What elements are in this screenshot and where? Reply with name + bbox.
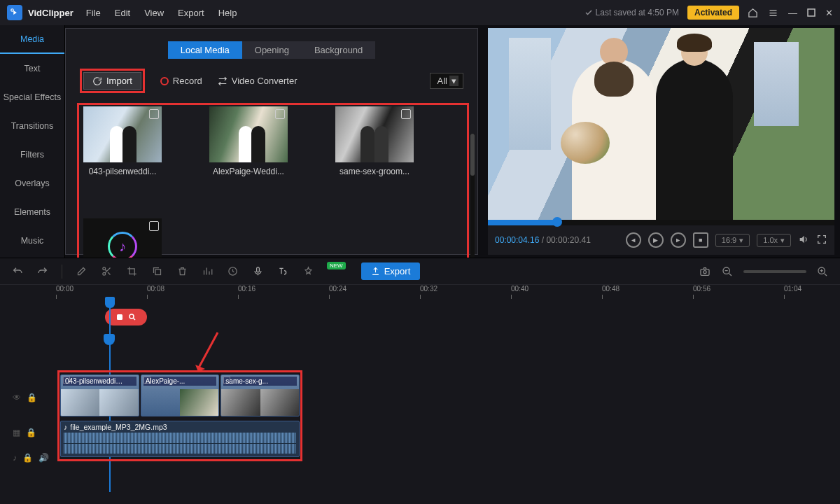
clip-thumbnail — [209, 106, 288, 162]
waveform — [64, 433, 296, 454]
svg-rect-6 — [256, 267, 259, 272]
activated-badge[interactable]: Activated — [687, 6, 739, 20]
tab-opening[interactable]: Opening — [242, 41, 302, 59]
range-marker[interactable] — [104, 334, 115, 345]
media-filter-select[interactable]: All — [430, 73, 463, 89]
hamburger-icon[interactable] — [768, 8, 778, 18]
media-clip[interactable]: same-sex-groom... — [335, 106, 419, 176]
maximize-icon[interactable] — [807, 8, 816, 18]
video-clip[interactable]: AlexPaige-... — [141, 374, 220, 416]
audio-clip-name: file_example_MP3_2MG.mp3 — [70, 423, 167, 431]
record-button[interactable]: Record — [160, 76, 202, 86]
marker-icon — [115, 313, 124, 321]
scrollbar[interactable] — [470, 134, 475, 274]
play-button[interactable]: ▶ — [648, 232, 664, 248]
prev-frame-button[interactable]: ◄ — [626, 232, 641, 248]
tab-background[interactable]: Background — [302, 41, 375, 59]
minimize-icon[interactable]: — — [788, 8, 797, 18]
lock-icon[interactable]: 🔒 — [22, 453, 33, 463]
aspect-ratio-select[interactable]: 16:9▾ — [715, 234, 750, 247]
effects-icon[interactable] — [302, 265, 314, 278]
film-icon[interactable]: ▦ — [13, 428, 20, 438]
sidebar: Media Text Special Effects Transitions F… — [0, 25, 65, 258]
tab-local-media[interactable]: Local Media — [168, 41, 242, 59]
menu-file[interactable]: File — [86, 8, 101, 18]
eye-icon[interactable]: 👁 — [13, 393, 21, 402]
menu-help[interactable]: Help — [218, 8, 237, 18]
music-note-icon: ♪ — [108, 232, 137, 261]
sidebar-music[interactable]: Music — [0, 226, 64, 255]
speed-select[interactable]: 1.0x▾ — [757, 234, 791, 247]
media-clip[interactable]: AlexPaige-Weddi... — [209, 106, 293, 176]
preview-seekbar[interactable] — [488, 220, 834, 225]
last-saved: Last saved at 4:50 PM — [584, 8, 679, 18]
svg-point-2 — [102, 267, 105, 270]
fullscreen-icon[interactable] — [816, 234, 827, 247]
video-converter-button[interactable]: Video Converter — [218, 76, 298, 86]
music-icon[interactable]: ♪ — [13, 453, 17, 463]
copy-icon[interactable] — [150, 265, 163, 278]
menu-view[interactable]: View — [144, 8, 164, 18]
close-icon[interactable]: ✕ — [825, 8, 833, 18]
sidebar-text[interactable]: Text — [0, 54, 64, 83]
next-frame-button[interactable]: ► — [671, 232, 686, 248]
sidebar-media[interactable]: Media — [0, 25, 64, 54]
timeline-export-button[interactable]: Export — [361, 262, 421, 280]
menu-export[interactable]: Export — [178, 8, 204, 18]
menu-edit[interactable]: Edit — [115, 8, 130, 18]
sidebar-filters[interactable]: Filters — [0, 140, 64, 169]
sidebar-elements[interactable]: Elements — [0, 197, 64, 226]
video-clip[interactable]: 043-pilsenwedding... — [60, 374, 139, 416]
text-to-speech-icon[interactable] — [276, 265, 289, 278]
clip-name: 043-pilsenweddi... — [83, 167, 162, 176]
record-icon — [160, 77, 169, 85]
clock-icon[interactable] — [226, 265, 239, 278]
zoom-slider[interactable] — [743, 270, 806, 273]
seek-knob[interactable] — [552, 217, 562, 227]
search-icon — [128, 313, 136, 321]
edit-icon[interactable] — [75, 265, 88, 278]
svg-point-0 — [11, 9, 14, 12]
clip-name: same-sex-groom... — [335, 167, 414, 176]
media-clip[interactable]: 043-pilsenweddi... — [83, 106, 167, 176]
preview-video[interactable] — [488, 28, 834, 220]
media-panel: Local Media Opening Background Import Re… — [65, 28, 478, 255]
lock-icon[interactable]: 🔒 — [26, 428, 36, 438]
timeline-marker[interactable] — [105, 309, 147, 326]
zoom-in-icon[interactable] — [816, 265, 829, 278]
volume-icon[interactable] — [798, 234, 809, 247]
sidebar-specialeffects[interactable]: Special Effects — [0, 83, 64, 111]
crop-icon[interactable] — [125, 265, 138, 278]
audio-badge-icon — [149, 221, 159, 231]
app-logo — [7, 5, 22, 20]
preview-time: 00:00:04.16 / 00:00:20.41 — [495, 235, 591, 245]
volume-icon[interactable]: 🔊 — [38, 453, 49, 463]
undo-button[interactable] — [11, 265, 24, 278]
video-clip[interactable]: same-sex-g... — [220, 374, 300, 416]
snapshot-icon[interactable] — [699, 265, 711, 278]
clip-thumbnail — [335, 106, 414, 162]
cut-icon[interactable] — [100, 265, 113, 278]
svg-rect-11 — [117, 314, 122, 320]
home-icon[interactable] — [748, 8, 758, 18]
lock-icon[interactable]: 🔒 — [27, 393, 37, 402]
preview-panel: 00:00:04.16 / 00:00:20.41 ◄ ▶ ► ■ 16:9▾ … — [488, 28, 834, 255]
sidebar-overlays[interactable]: Overlays — [0, 169, 64, 197]
menu-bar: File Edit View Export Help — [86, 8, 237, 18]
sidebar-transitions[interactable]: Transitions — [0, 111, 64, 140]
video-track[interactable]: 043-pilsenwedding... AlexPaige-... same-… — [60, 374, 300, 416]
mic-icon[interactable] — [251, 265, 264, 278]
svg-rect-4 — [155, 270, 161, 275]
timeline-ruler[interactable]: 00:00 00:08 00:16 00:24 00:32 00:40 00:4… — [56, 285, 840, 303]
audio-clip-icon: ♪ — [64, 423, 67, 431]
clip-thumbnail — [83, 106, 162, 162]
image-badge-icon — [275, 109, 285, 119]
levels-icon[interactable] — [201, 265, 214, 278]
trash-icon[interactable] — [176, 265, 188, 278]
audio-track[interactable]: ♪file_example_MP3_2MG.mp3 — [60, 421, 300, 457]
stop-button[interactable]: ■ — [693, 232, 708, 248]
import-button[interactable]: Import — [83, 72, 141, 90]
redo-button[interactable] — [36, 265, 49, 278]
zoom-out-icon[interactable] — [721, 265, 734, 278]
timeline: NEW Export 00:00 00:08 00:16 00:24 00:32… — [0, 258, 840, 504]
